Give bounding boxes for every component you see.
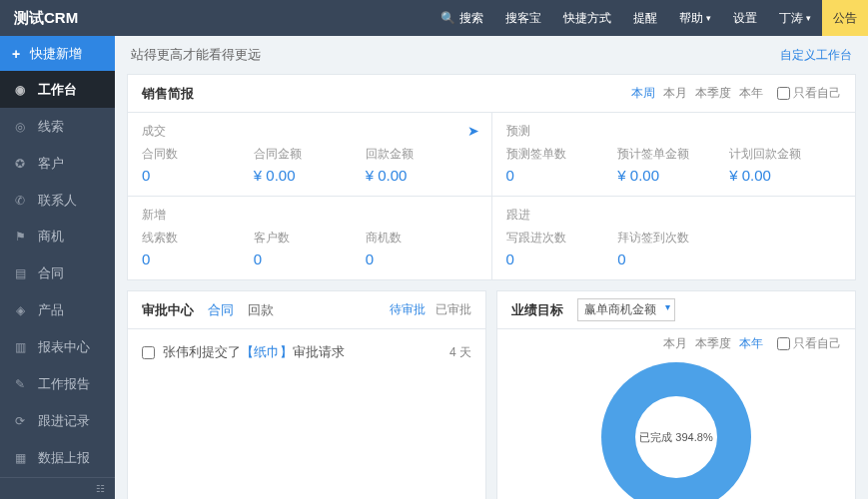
forecast-sign-count[interactable]: 0	[506, 167, 618, 184]
period-tab-month[interactable]: 本月	[663, 85, 687, 102]
approval-panel: 审批中心 合同 回款 待审批 已审批 张伟利提交了 【纸巾】 审批请求 4 天	[127, 290, 486, 499]
goal-center-label: 已完成 394.8%	[635, 396, 717, 478]
content-area: 站得更高才能看得更远 自定义工作台 销售简报 本周 本月 本季度 本年 只看自己…	[115, 36, 868, 499]
chevron-down-icon: ▾	[706, 13, 711, 23]
approval-item-days: 4 天	[449, 344, 471, 361]
sidebar-item-dataupload[interactable]: ▦数据上报	[0, 440, 115, 477]
approval-title: 审批中心	[142, 301, 194, 319]
approval-filter-pending[interactable]: 待审批	[390, 301, 426, 318]
period-tab-year[interactable]: 本年	[739, 85, 763, 102]
goal-metric-select[interactable]: 赢单商机金额	[577, 298, 675, 321]
topbar: 测试CRM 🔍搜索 搜客宝 快捷方式 提醒 帮助▾ 设置 丁涛▾ 公告	[0, 0, 868, 36]
followup-icon: ⟳	[12, 414, 28, 428]
chevron-down-icon: ▾	[806, 13, 811, 23]
sidebar-item-customers[interactable]: ✪客户	[0, 145, 115, 182]
brief-follow-title: 跟进	[506, 207, 842, 224]
sidebar-item-followups[interactable]: ⟳跟进记录	[0, 403, 115, 440]
brief-forecast-title: 预测	[506, 123, 842, 140]
new-customers[interactable]: 0	[254, 250, 366, 267]
approval-filter-done[interactable]: 已审批	[435, 301, 471, 318]
nav-soukebao[interactable]: 搜客宝	[494, 0, 552, 36]
sidebar-item-contracts[interactable]: ▤合同	[0, 255, 115, 292]
goal-only-me-toggle[interactable]: 只看自己	[777, 335, 841, 352]
approval-item-checkbox[interactable]	[142, 346, 155, 359]
new-leads[interactable]: 0	[142, 250, 254, 267]
period-tab-week[interactable]: 本周	[631, 85, 655, 102]
nav-settings[interactable]: 设置	[722, 0, 768, 36]
quick-add-button[interactable]: +快捷新增	[0, 36, 115, 71]
nav-search[interactable]: 🔍搜索	[430, 0, 494, 36]
approval-tab-contract[interactable]: 合同	[208, 301, 234, 319]
sidebar-item-leads[interactable]: ◎线索	[0, 108, 115, 145]
goal-panel: 业绩目标 赢单商机金额 本月 本季度 本年 只看自己 已完成 394.8%	[496, 290, 856, 499]
new-opportunities[interactable]: 0	[366, 250, 477, 267]
contract-icon: ▤	[12, 266, 28, 280]
sales-brief-title: 销售简报	[142, 85, 194, 103]
brief-deal-title: 成交	[142, 123, 477, 140]
nav-reminder[interactable]: 提醒	[622, 0, 668, 36]
sidebar: +快捷新增 ◉工作台 ◎线索 ✪客户 ✆联系人 ⚑商机 ▤合同 ◈产品 ▥报表中…	[0, 36, 115, 499]
sales-brief-header: 销售简报 本周 本月 本季度 本年 只看自己	[128, 75, 855, 113]
product-icon: ◈	[12, 303, 28, 317]
forecast-payment-plan[interactable]: ¥ 0.00	[729, 167, 841, 184]
goal-donut-chart: 已完成 394.8%	[511, 356, 841, 499]
goal-only-me-checkbox[interactable]	[777, 337, 790, 350]
dashboard-icon: ◉	[12, 83, 28, 97]
slogan-text: 站得更高才能看得更远	[131, 46, 261, 64]
lead-icon: ◎	[12, 120, 28, 134]
upload-icon: ▦	[12, 451, 28, 465]
approval-item-link[interactable]: 【纸巾】	[241, 343, 293, 361]
app-title: 测试CRM	[0, 9, 92, 28]
opportunity-icon: ⚑	[12, 230, 28, 244]
goal-period-month[interactable]: 本月	[663, 335, 687, 352]
deal-contract-count[interactable]: 0	[142, 167, 254, 184]
deal-payment-amount[interactable]: ¥ 0.00	[366, 167, 477, 184]
sidebar-item-products[interactable]: ◈产品	[0, 292, 115, 329]
plus-icon: +	[12, 46, 20, 62]
report-icon: ▥	[12, 340, 28, 354]
customize-workbench-link[interactable]: 自定义工作台	[780, 47, 852, 64]
goal-period-quarter[interactable]: 本季度	[695, 335, 731, 352]
sidebar-item-reports[interactable]: ▥报表中心	[0, 329, 115, 366]
approval-tab-payment[interactable]: 回款	[248, 301, 274, 319]
sales-brief-panel: 销售简报 本周 本月 本季度 本年 只看自己 成交 合同数0 合同金额¥ 0.0…	[127, 74, 856, 280]
deal-contract-amount[interactable]: ¥ 0.00	[254, 167, 366, 184]
period-tab-quarter[interactable]: 本季度	[695, 85, 731, 102]
cursor-icon: ➤	[467, 123, 479, 139]
sidebar-item-workreports[interactable]: ✎工作报告	[0, 366, 115, 403]
nav-shortcut[interactable]: 快捷方式	[552, 0, 622, 36]
customer-icon: ✪	[12, 157, 28, 171]
nav-announce[interactable]: 公告	[822, 0, 868, 36]
approval-item[interactable]: 张伟利提交了 【纸巾】 审批请求 4 天	[142, 343, 471, 361]
follow-visit-count[interactable]: 0	[617, 250, 729, 267]
only-me-checkbox[interactable]	[777, 87, 790, 100]
slogan-bar: 站得更高才能看得更远 自定义工作台	[115, 36, 868, 74]
nav-help[interactable]: 帮助▾	[668, 0, 722, 36]
only-me-toggle[interactable]: 只看自己	[777, 85, 841, 102]
sidebar-item-contacts[interactable]: ✆联系人	[0, 182, 115, 219]
sidebar-item-workbench[interactable]: ◉工作台	[0, 71, 115, 108]
forecast-sign-amount[interactable]: ¥ 0.00	[617, 167, 729, 184]
workreport-icon: ✎	[12, 377, 28, 391]
sidebar-collapse[interactable]: ☷	[0, 477, 115, 499]
goal-period-year[interactable]: 本年	[739, 335, 763, 352]
search-icon: 🔍	[440, 11, 455, 25]
brief-new-title: 新增	[142, 207, 477, 224]
goal-title: 业绩目标	[511, 301, 563, 319]
follow-write-count[interactable]: 0	[506, 250, 618, 267]
nav-user[interactable]: 丁涛▾	[768, 0, 822, 36]
contact-icon: ✆	[12, 194, 28, 208]
sidebar-item-opportunities[interactable]: ⚑商机	[0, 219, 115, 255]
